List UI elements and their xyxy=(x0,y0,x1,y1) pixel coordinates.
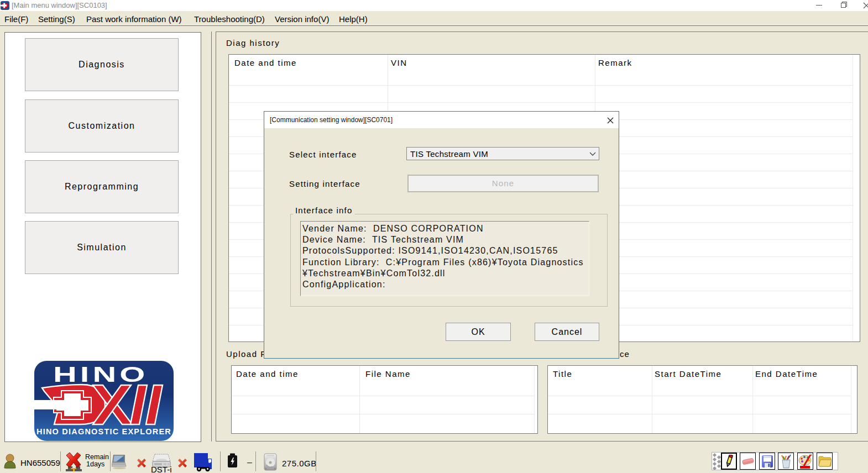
svg-text:HINO DIAGNOSTIC EXPLORER: HINO DIAGNOSTIC EXPLORER xyxy=(36,427,171,436)
svg-text:HINO: HINO xyxy=(53,362,148,387)
